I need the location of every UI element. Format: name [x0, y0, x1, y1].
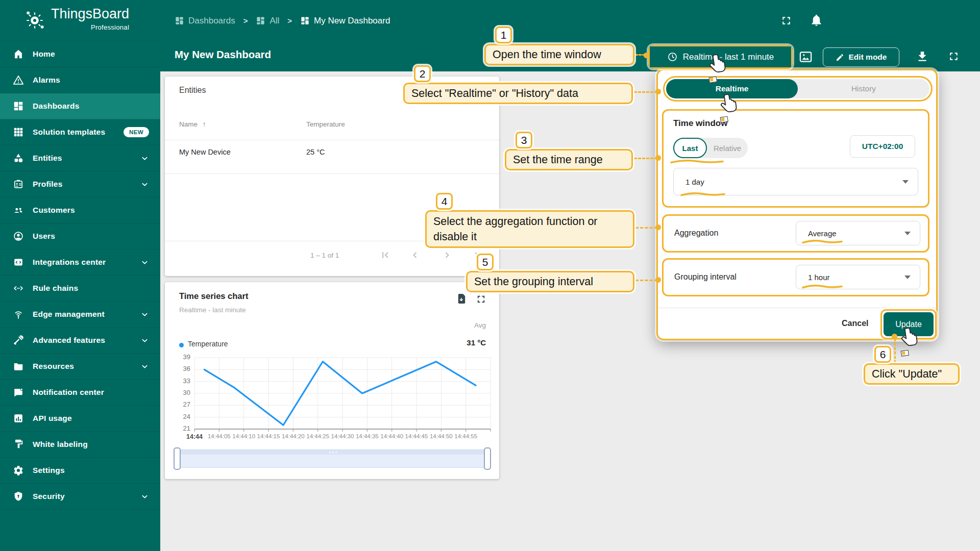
first-page-icon[interactable] [379, 249, 391, 261]
callout-text: Set the time range [513, 154, 603, 166]
breadcrumb-separator: > [243, 16, 248, 25]
time-window-popup: Realtime History Time window Last Relati… [656, 69, 938, 340]
column-header-temperature[interactable]: Temperature [306, 120, 345, 128]
sidebar-item-entities[interactable]: Entities [0, 145, 160, 171]
connector-line [635, 227, 657, 229]
sidebar-item-customers[interactable]: Customers [0, 197, 160, 223]
step-badge: 6 [874, 346, 891, 363]
alarm-icon [13, 74, 24, 86]
dashboard-icon [256, 16, 265, 26]
sidebar-item-resources[interactable]: Resources [0, 354, 160, 380]
thingsboard-logo-icon [23, 9, 46, 32]
sidebar-item-white-labeling[interactable]: White labeling [0, 432, 160, 458]
sidebar-item-solution-templates[interactable]: Solution templatesNEW [0, 119, 160, 145]
timezone-button[interactable]: UTC+02:00 [850, 135, 915, 158]
connector-dot [655, 277, 661, 283]
column-header-name[interactable]: Name ↑ [179, 120, 206, 128]
sidebar-item-advanced-features[interactable]: Advanced features [0, 328, 160, 354]
grouping-interval-label: Grouping interval [674, 272, 737, 282]
y-tick-label: 30 [171, 389, 190, 396]
connector-line [635, 280, 657, 281]
toggle-last[interactable]: Last [673, 138, 707, 158]
sidebar-item-alarms[interactable]: Alarms [0, 67, 160, 93]
sidebar-item-profiles[interactable]: Profiles [0, 171, 160, 197]
breadcrumb: Dashboards>All>My New Dashboard [175, 0, 390, 41]
sidebar-item-home[interactable]: Home [0, 41, 160, 67]
tab-history[interactable]: History [798, 79, 929, 98]
y-tick-label: 36 [171, 365, 190, 372]
breadcrumb-item-my-new-dashboard[interactable]: My New Dashboard [300, 16, 390, 26]
sort-asc-icon: ↑ [203, 120, 206, 128]
image-gallery-icon[interactable] [798, 49, 813, 64]
range-handle-left[interactable] [174, 447, 181, 470]
callout-step-6: 6 Click "Update" [864, 363, 960, 385]
sidebar-item-label: Rule chains [33, 284, 78, 293]
aggregation-label: Aggregation [674, 229, 718, 238]
sidebar-item-label: Users [33, 232, 55, 241]
callout-text: Select the aggregation function or disab… [433, 215, 598, 243]
legend-series-dot [179, 343, 184, 347]
step-badge: 5 [477, 254, 494, 270]
time-range-scrollbar[interactable] [177, 449, 487, 468]
sidebar-item-label: Alarms [33, 76, 60, 85]
hand-cursor-icon [718, 90, 741, 118]
fullscreen-widget-icon[interactable] [475, 293, 487, 305]
profiles-icon [13, 179, 24, 190]
sidebar-item-label: Customers [33, 206, 75, 215]
thingsboard-app: ThingsBoard Professional HomeAlarmsDashb… [0, 0, 980, 551]
sidebar-item-edge-management[interactable]: Edge management [0, 302, 160, 328]
step-badge: 2 [414, 65, 431, 82]
sidebar-item-notification-center[interactable]: Notification center [0, 380, 160, 406]
sidebar-item-settings[interactable]: Settings [0, 458, 160, 484]
edit-mode-button[interactable]: Edit mode [823, 47, 899, 67]
toggle-relative[interactable]: Relative [707, 138, 748, 158]
range-handle-right[interactable] [484, 447, 491, 470]
fullscreen-icon[interactable] [780, 14, 793, 27]
y-tick-label: 21 [171, 424, 190, 432]
hand-cursor-icon [899, 323, 922, 352]
table-cell-name[interactable]: My New Device [179, 148, 231, 156]
sidebar-item-label: White labeling [33, 440, 88, 449]
chevron-down-icon [140, 336, 149, 345]
sidebar-item-rule-chains[interactable]: Rule chains [0, 276, 160, 302]
x-tick-label: 14:44:20 [282, 433, 305, 439]
legend-series-label[interactable]: Temperature [188, 340, 228, 348]
breadcrumb-item-dashboards[interactable]: Dashboards [175, 16, 235, 26]
breadcrumb-item-all[interactable]: All [256, 16, 279, 26]
logo[interactable]: ThingsBoard Professional [0, 0, 160, 41]
sidebar-item-users[interactable]: Users [0, 223, 160, 249]
callout-step-4: 4 Select the aggregation function or dis… [425, 210, 634, 248]
download-icon[interactable] [916, 50, 929, 63]
x-tick-label: 14:44:05 [208, 433, 231, 439]
sidebar-item-label: Security [33, 492, 65, 501]
widget-subtitle: Realtime - last minute [179, 306, 246, 314]
breadcrumb-label: My New Dashboard [314, 16, 390, 26]
connector-dot [655, 224, 661, 230]
sidebar-item-dashboards[interactable]: Dashboards [0, 93, 160, 119]
sidebar-item-label: Profiles [33, 180, 62, 189]
time-range-value: 1 day [685, 178, 704, 186]
sidebar-item-label: Dashboards [33, 102, 80, 111]
callout-text: Click "Update" [872, 368, 942, 380]
export-file-icon[interactable] [456, 293, 468, 305]
x-tick-label: 14:44:40 [380, 433, 403, 439]
sidebar-item-integrations-center[interactable]: Integrations center [0, 249, 160, 276]
settings-icon [13, 465, 24, 476]
grouping-interval-select[interactable]: 1 hour [796, 265, 920, 289]
cancel-button[interactable]: Cancel [842, 319, 868, 328]
notification-icon [13, 387, 24, 398]
step-badge: 4 [436, 193, 453, 210]
sidebar-item-api-usage[interactable]: API usage [0, 406, 160, 432]
home-icon [13, 48, 24, 60]
fullscreen-dashboard-icon[interactable] [947, 50, 960, 63]
previous-page-icon[interactable] [409, 249, 421, 261]
scrollbar-strip[interactable] [178, 450, 487, 455]
aggregation-select[interactable]: Average [796, 221, 920, 245]
sidebar-item-security[interactable]: Security [0, 484, 160, 510]
sidebar-item-label: Notification center [33, 388, 104, 397]
time-range-select[interactable]: 1 day [673, 168, 918, 195]
notifications-bell-icon[interactable] [810, 13, 823, 27]
next-page-icon[interactable] [441, 249, 453, 261]
sidebar-item-label: Home [33, 49, 55, 59]
breadcrumb-label: All [270, 16, 279, 26]
